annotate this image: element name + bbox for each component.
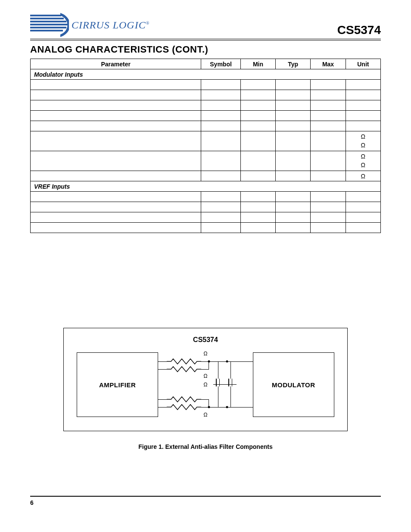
- page-number: 6: [30, 499, 34, 506]
- table-body: Modulator Inputs ΩΩ ΩΩ ΩVREF Inputs: [31, 69, 381, 233]
- amplifier-block: AMPLIFIER: [77, 352, 158, 417]
- table-header-row: Parameter Symbol Min Typ Max Unit: [31, 59, 381, 69]
- brand-name: CIRRUS LOGIC®: [72, 19, 149, 31]
- col-parameter: Parameter: [31, 59, 201, 69]
- page-footer: 6: [30, 496, 381, 506]
- resistor-icon: [167, 366, 201, 372]
- table-row: ΩΩ: [31, 151, 381, 171]
- resistor-icon: [167, 396, 201, 402]
- svg-rect-5: [30, 30, 63, 31]
- part-number: CS5374: [337, 23, 381, 37]
- rc-network: Ω Ω Ω Ω: [158, 348, 252, 421]
- cirrus-logo-icon: [30, 13, 69, 37]
- anti-alias-diagram: CS5374 AMPLIFIER Ω Ω Ω Ω: [63, 328, 348, 431]
- characteristics-table: Parameter Symbol Min Typ Max Unit Modula…: [30, 59, 381, 233]
- table-section-header: VREF Inputs: [31, 181, 381, 192]
- table-row: Ω: [31, 171, 381, 181]
- col-symbol: Symbol: [201, 59, 240, 69]
- node-icon: [226, 406, 228, 408]
- table-row: [31, 90, 381, 100]
- node-icon: [208, 361, 210, 363]
- svg-rect-2: [30, 21, 66, 22]
- modulator-block: MODULATOR: [253, 352, 334, 417]
- table-row: [31, 212, 381, 223]
- table-section-header: Modulator Inputs: [31, 69, 381, 80]
- svg-rect-3: [30, 24, 68, 25]
- col-min: Min: [240, 59, 275, 69]
- col-unit: Unit: [346, 59, 380, 69]
- ohm-label: Ω: [204, 412, 208, 418]
- table-row: [31, 121, 381, 131]
- node-icon: [208, 406, 210, 408]
- node-icon: [226, 361, 228, 363]
- col-typ: Typ: [276, 59, 311, 69]
- svg-rect-0: [30, 15, 61, 16]
- figure-1: CS5374 AMPLIFIER Ω Ω Ω Ω: [30, 328, 381, 450]
- table-row: [31, 80, 381, 90]
- ohm-label: Ω: [204, 373, 208, 379]
- section-title: ANALOG CHARACTERISTICS (CONT.): [30, 44, 381, 55]
- svg-rect-4: [30, 27, 66, 28]
- brand-logo: CIRRUS LOGIC®: [30, 13, 149, 37]
- table-row: [31, 192, 381, 202]
- table-row: ΩΩ: [31, 131, 381, 151]
- resistor-icon: [167, 404, 201, 410]
- svg-rect-1: [30, 18, 64, 19]
- page-header: CIRRUS LOGIC® CS5374: [30, 13, 381, 40]
- figure-caption: Figure 1. External Anti-alias Filter Com…: [30, 443, 381, 450]
- col-max: Max: [311, 59, 346, 69]
- table-row: [31, 111, 381, 121]
- resistor-icon: [167, 358, 201, 364]
- ohm-label: Ω: [204, 351, 208, 357]
- table-row: [31, 223, 381, 233]
- table-row: [31, 202, 381, 212]
- ohm-label: Ω: [204, 382, 208, 388]
- table-row: [31, 100, 381, 111]
- diagram-chip-label: CS5374: [77, 336, 334, 344]
